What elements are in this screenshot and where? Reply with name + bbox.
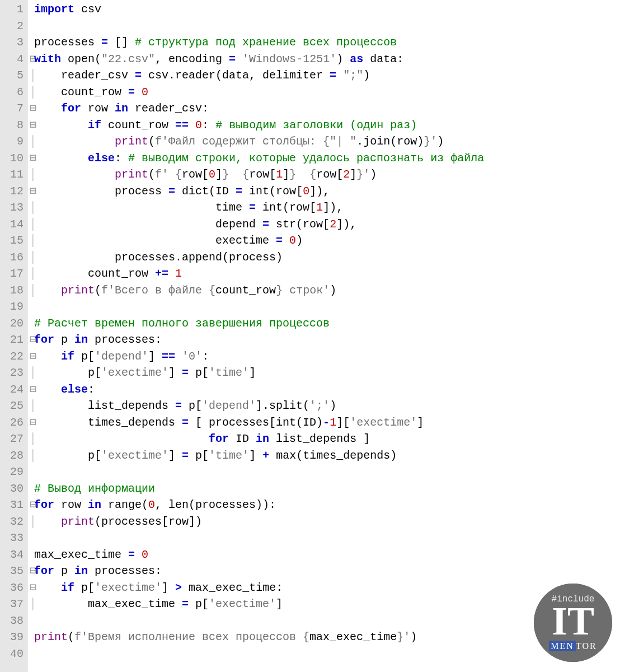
fold-toggle-icon[interactable]: ⊟ xyxy=(30,117,34,134)
code-line xyxy=(30,298,620,315)
code-line: │ exectime = 0) xyxy=(30,232,620,249)
code-line: max_exec_time = 0 xyxy=(30,547,620,563)
code-line: │ list_depends = p['depend'].split(';') xyxy=(30,398,620,414)
line-number: 3 xyxy=(3,34,24,51)
code-line: │ p['exectime'] = p['time'] xyxy=(30,365,620,381)
line-number: 30 xyxy=(3,480,24,497)
fold-guide-icon: │ xyxy=(30,84,34,101)
code-line: ⊟ process = dict(ID = int(row[0]), xyxy=(30,183,620,200)
line-number: 38 xyxy=(3,613,24,629)
line-number: 24 xyxy=(3,381,24,398)
line-number: 7 xyxy=(3,100,24,117)
fold-guide-icon: │ xyxy=(30,67,34,84)
code-line: ⊟for p in processes: xyxy=(30,332,620,348)
code-line xyxy=(30,464,620,480)
fold-toggle-icon[interactable]: ⊟ xyxy=(30,348,34,365)
fold-guide-icon: │ xyxy=(30,265,34,282)
code-line: │ count_row = 0 xyxy=(30,84,620,101)
fold-guide-icon: │ xyxy=(30,249,34,266)
fold-toggle-icon[interactable]: ⊟ xyxy=(30,563,34,580)
fold-toggle-icon[interactable]: ⊟ xyxy=(30,414,34,431)
line-number: 23 xyxy=(3,365,24,381)
fold-guide-icon: │ xyxy=(30,166,34,183)
line-number: 37 xyxy=(3,596,24,613)
line-number: 34 xyxy=(3,547,24,563)
code-line: import csv xyxy=(30,1,620,18)
line-number-gutter: 1234567891011121314151617181920212223242… xyxy=(0,0,27,672)
code-line xyxy=(30,613,620,629)
code-line: │ count_row += 1 xyxy=(30,265,620,282)
code-line: ⊟for p in processes: xyxy=(30,563,620,580)
code-line: │ processes.append(process) xyxy=(30,249,620,266)
code-line xyxy=(30,646,620,662)
line-number: 31 xyxy=(3,497,24,514)
fold-guide-icon: │ xyxy=(30,447,34,464)
line-number: 6 xyxy=(3,84,24,101)
fold-toggle-icon[interactable]: ⊟ xyxy=(30,497,34,514)
code-line: │ print(f'Всего в файле {count_row} стро… xyxy=(30,282,620,299)
line-number: 35 xyxy=(3,563,24,580)
fold-guide-icon: │ xyxy=(30,596,34,613)
line-number: 18 xyxy=(3,282,24,299)
line-number: 9 xyxy=(3,133,24,150)
line-number: 17 xyxy=(3,265,24,282)
fold-toggle-icon[interactable]: ⊟ xyxy=(30,580,34,596)
code-line: │ depend = str(row[2]), xyxy=(30,216,620,233)
fold-toggle-icon[interactable]: ⊟ xyxy=(30,100,34,117)
code-editor: 1234567891011121314151617181920212223242… xyxy=(0,0,620,672)
line-number: 33 xyxy=(3,530,24,547)
line-number: 28 xyxy=(3,447,24,464)
line-number: 8 xyxy=(3,117,24,134)
line-number: 11 xyxy=(3,166,24,183)
code-line xyxy=(30,18,620,35)
fold-guide-icon: │ xyxy=(30,431,34,447)
line-number: 36 xyxy=(3,580,24,596)
line-number: 13 xyxy=(3,199,24,216)
line-number: 25 xyxy=(3,398,24,414)
fold-toggle-icon[interactable]: ⊟ xyxy=(30,51,34,68)
fold-guide-icon: │ xyxy=(30,199,34,216)
code-line: ⊟ if count_row == 0: # выводим заголовки… xyxy=(30,117,620,134)
code-line: ⊟ times_depends = [ processes[int(ID)-1]… xyxy=(30,414,620,431)
fold-guide-icon: │ xyxy=(30,232,34,249)
line-number: 14 xyxy=(3,216,24,233)
code-line: # Расчет времен полного завершения проце… xyxy=(30,315,620,332)
code-line: │ for ID in list_depends ] xyxy=(30,431,620,447)
fold-guide-icon: │ xyxy=(30,365,34,381)
line-number: 1 xyxy=(3,1,24,18)
code-line: ⊟ for row in reader_csv: xyxy=(30,100,620,117)
code-line: # Вывод информации xyxy=(30,480,620,497)
code-line: ⊟ if p['depend'] == '0': xyxy=(30,348,620,365)
fold-toggle-icon[interactable]: ⊟ xyxy=(30,150,34,167)
fold-toggle-icon[interactable]: ⊟ xyxy=(30,332,34,348)
line-number: 22 xyxy=(3,348,24,365)
line-number: 12 xyxy=(3,183,24,200)
code-line: ⊟ else: # выводим строки, которые удалос… xyxy=(30,150,620,167)
line-number: 21 xyxy=(3,332,24,348)
code-line: │ print(processes[row]) xyxy=(30,514,620,530)
fold-guide-icon: │ xyxy=(30,216,34,233)
line-number: 27 xyxy=(3,431,24,447)
line-number: 16 xyxy=(3,249,24,266)
code-line: print(f'Время исполнение всех процессов … xyxy=(30,629,620,646)
code-line: │ reader_csv = csv.reader(data, delimite… xyxy=(30,67,620,84)
logo-it: IT xyxy=(552,604,594,638)
code-area: import csv processes = [] # структура по… xyxy=(27,0,620,672)
line-number: 32 xyxy=(3,514,24,530)
code-line: │ time = int(row[1]), xyxy=(30,199,620,216)
fold-toggle-icon[interactable]: ⊟ xyxy=(30,183,34,200)
line-number: 29 xyxy=(3,464,24,480)
code-line: ⊟for row in range(0, len(processes)): xyxy=(30,497,620,514)
code-line: │ max_exec_time = p['exectime'] xyxy=(30,596,620,613)
logo-mentor: MENTOR xyxy=(549,638,596,655)
watermark-logo: #include IT MENTOR xyxy=(534,584,612,662)
line-number: 19 xyxy=(3,298,24,315)
line-number: 40 xyxy=(3,646,24,662)
line-number: 2 xyxy=(3,18,24,35)
code-line: │ print(f' {row[0]} {row[1]} {row[2]}') xyxy=(30,166,620,183)
line-number: 26 xyxy=(3,414,24,431)
code-line: ⊟ if p['exectime'] > max_exec_time: xyxy=(30,580,620,596)
code-line: processes = [] # структура под хранение … xyxy=(30,34,620,51)
line-number: 5 xyxy=(3,67,24,84)
fold-toggle-icon[interactable]: ⊟ xyxy=(30,381,34,398)
